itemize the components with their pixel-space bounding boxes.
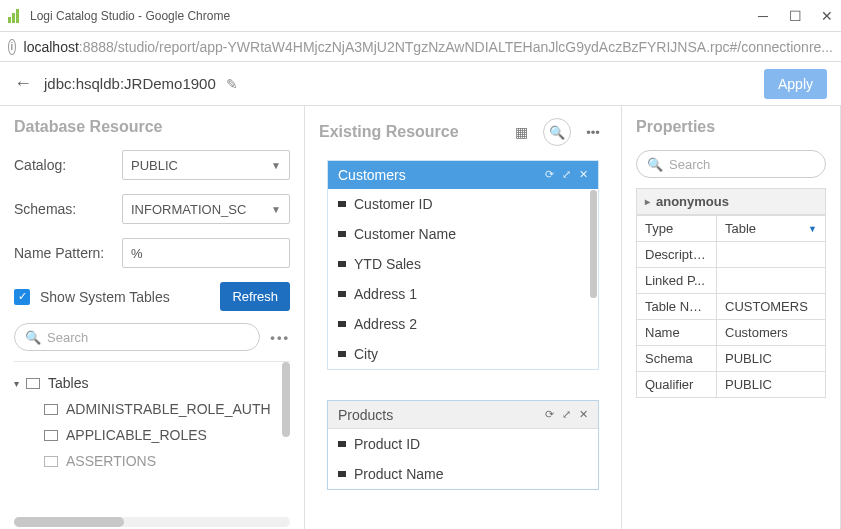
field-row[interactable]: Address 2 — [328, 309, 598, 339]
field-row[interactable]: Customer Name — [328, 219, 598, 249]
show-system-tables-checkbox[interactable]: ✓ — [14, 289, 30, 305]
field-name: Product Name — [354, 466, 443, 482]
properties-search-input[interactable]: 🔍 Search — [636, 150, 826, 178]
field-icon — [338, 291, 346, 297]
site-info-icon[interactable]: i — [8, 39, 16, 55]
property-group-header[interactable]: ▸ anonymous — [636, 188, 826, 215]
refresh-icon[interactable]: ⟳ — [545, 168, 554, 181]
property-key: Linked P... — [637, 268, 717, 294]
refresh-button[interactable]: Refresh — [220, 282, 290, 311]
field-icon — [338, 321, 346, 327]
card-title: Customers — [338, 167, 537, 183]
field-icon — [338, 351, 346, 357]
property-row: Table NameCUSTOMERS — [637, 294, 826, 320]
expand-icon[interactable]: ⤢ — [562, 168, 571, 181]
property-key: Name — [637, 320, 717, 346]
address-bar[interactable]: i localhost:8888/studio/report/app-YWRta… — [0, 32, 841, 62]
property-key: Table Name — [637, 294, 717, 320]
field-icon — [338, 201, 346, 207]
tree-root-tables[interactable]: ▾ Tables — [14, 370, 290, 396]
field-row[interactable]: Product Name — [328, 459, 598, 489]
property-value[interactable]: PUBLIC — [717, 346, 826, 372]
card-body: Customer IDCustomer NameYTD SalesAddress… — [328, 189, 598, 369]
grid-view-icon[interactable]: ▦ — [507, 118, 535, 146]
field-row[interactable]: City — [328, 339, 598, 369]
search-icon: 🔍 — [647, 157, 663, 172]
property-key: Description — [637, 242, 717, 268]
name-pattern-input[interactable]: % — [122, 238, 290, 268]
property-key: Qualifier — [637, 372, 717, 398]
back-arrow-icon[interactable]: ← — [14, 73, 32, 94]
catalog-label: Catalog: — [14, 157, 122, 173]
field-name: YTD Sales — [354, 256, 421, 272]
expand-icon[interactable]: ▾ — [14, 378, 26, 389]
field-icon — [338, 441, 346, 447]
connection-string: jdbc:hsqldb:JRDemo1900 ✎ — [44, 75, 764, 92]
search-icon-button[interactable]: 🔍 — [543, 118, 571, 146]
resource-card[interactable]: Products⟳⤢✕Product IDProduct Name — [327, 400, 599, 490]
apply-button[interactable]: Apply — [764, 69, 827, 99]
minimize-button[interactable]: ─ — [757, 10, 769, 22]
field-row[interactable]: Address 1 — [328, 279, 598, 309]
property-value[interactable] — [717, 268, 826, 294]
expand-icon[interactable]: ⤢ — [562, 408, 571, 421]
field-name: Address 2 — [354, 316, 417, 332]
existing-resource-panel: Existing Resource ▦ 🔍 ••• Customers⟳⤢✕Cu… — [305, 106, 622, 529]
resource-card[interactable]: Customers⟳⤢✕Customer IDCustomer NameYTD … — [327, 160, 599, 370]
window-titlebar: Logi Catalog Studio - Google Chrome ─ ☐ … — [0, 0, 841, 32]
database-resource-panel: Database Resource Catalog: PUBLIC▼ Schem… — [0, 106, 305, 529]
tree-search-input[interactable]: 🔍 Search — [14, 323, 260, 351]
right-panel-title: Properties — [636, 118, 826, 136]
property-value[interactable] — [717, 242, 826, 268]
property-key: Type — [637, 216, 717, 242]
card-body: Product IDProduct Name — [328, 429, 598, 489]
card-title: Products — [338, 407, 537, 423]
edit-icon[interactable]: ✎ — [226, 76, 238, 92]
field-row[interactable]: Product ID — [328, 429, 598, 459]
property-value[interactable]: PUBLIC — [717, 372, 826, 398]
name-pattern-label: Name Pattern: — [14, 245, 122, 261]
card-scrollbar[interactable] — [590, 190, 597, 298]
card-header[interactable]: Customers⟳⤢✕ — [328, 161, 598, 189]
horizontal-scrollbar[interactable] — [14, 517, 290, 527]
property-row: TypeTable▼ — [637, 216, 826, 242]
property-row: SchemaPUBLIC — [637, 346, 826, 372]
table-icon — [44, 430, 58, 441]
url-path: :8888/studio/report/app-YWRtaW4HMjczNjA3… — [79, 39, 833, 55]
property-value[interactable]: Customers — [717, 320, 826, 346]
chevron-down-icon: ▼ — [808, 224, 817, 234]
chevron-down-icon: ▼ — [271, 160, 281, 171]
tree-item[interactable]: ADMINISTRABLE_ROLE_AUTH — [14, 396, 290, 422]
catalog-select[interactable]: PUBLIC▼ — [122, 150, 290, 180]
close-icon[interactable]: ✕ — [579, 168, 588, 181]
refresh-icon[interactable]: ⟳ — [545, 408, 554, 421]
sub-header: ← jdbc:hsqldb:JRDemo1900 ✎ Apply — [0, 62, 841, 106]
maximize-button[interactable]: ☐ — [789, 10, 801, 22]
property-row: QualifierPUBLIC — [637, 372, 826, 398]
property-row: Description — [637, 242, 826, 268]
more-options-icon[interactable]: ••• — [270, 330, 290, 345]
close-window-button[interactable]: ✕ — [821, 10, 833, 22]
table-icon — [44, 404, 58, 415]
window-title: Logi Catalog Studio - Google Chrome — [30, 9, 757, 23]
field-name: Customer Name — [354, 226, 456, 242]
tree-scrollbar[interactable] — [282, 362, 290, 437]
property-value[interactable]: Table▼ — [717, 216, 826, 242]
close-icon[interactable]: ✕ — [579, 408, 588, 421]
property-row: NameCustomers — [637, 320, 826, 346]
mid-panel-title: Existing Resource — [319, 123, 507, 141]
tree-item[interactable]: ASSERTIONS — [14, 448, 290, 469]
table-icon — [44, 456, 58, 467]
properties-table: TypeTable▼DescriptionLinked P...Table Na… — [636, 215, 826, 398]
more-icon[interactable]: ••• — [579, 118, 607, 146]
field-icon — [338, 471, 346, 477]
tree-item[interactable]: APPLICABLE_ROLES — [14, 422, 290, 448]
field-row[interactable]: Customer ID — [328, 189, 598, 219]
property-value[interactable]: CUSTOMERS — [717, 294, 826, 320]
field-row[interactable]: YTD Sales — [328, 249, 598, 279]
card-header[interactable]: Products⟳⤢✕ — [328, 401, 598, 429]
schemas-select[interactable]: INFORMATION_SC▼ — [122, 194, 290, 224]
collapse-icon: ▸ — [645, 196, 650, 207]
schemas-label: Schemas: — [14, 201, 122, 217]
field-name: City — [354, 346, 378, 362]
